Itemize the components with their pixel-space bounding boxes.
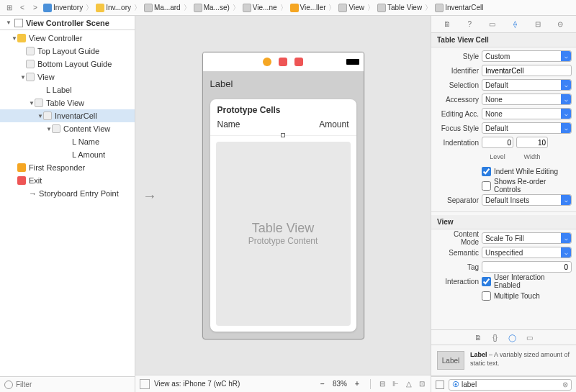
identifier-input[interactable]	[482, 65, 572, 76]
outline-row[interactable]: ▼Table View	[0, 96, 135, 109]
disclosure-icon[interactable]: ▼	[29, 100, 35, 106]
separator-select[interactable]: Default Insets⌵	[482, 194, 572, 206]
cell-name-label[interactable]: Name	[217, 119, 240, 129]
multitouch-checkbox[interactable]	[482, 291, 491, 301]
cell-amount-label[interactable]: Amount	[319, 119, 348, 129]
section-title-cell: Table View Cell	[431, 33, 576, 47]
zoom-value[interactable]: 83%	[333, 380, 347, 388]
filter-icon[interactable]	[4, 380, 13, 389]
outline-item-icon	[60, 150, 69, 159]
view-as-label[interactable]: View as: iPhone 7 (wC hR)	[154, 380, 240, 388]
indent-width-input[interactable]	[516, 137, 548, 148]
crumb-8[interactable]: InventarCell	[433, 4, 485, 12]
outline-row[interactable]: Top Layout Guide	[0, 45, 135, 58]
align-icon[interactable]: ⊟	[378, 380, 387, 388]
content-mode-select[interactable]: Scale To Fill⌵	[482, 232, 572, 244]
library-item-swatch: Label	[437, 351, 464, 370]
disclosure-icon[interactable]: ▼	[46, 126, 52, 132]
style-select[interactable]: Custom⌵	[482, 50, 572, 62]
outline-toggle-icon[interactable]	[140, 379, 150, 389]
tag-input[interactable]	[482, 261, 572, 273]
file-inspector-tab[interactable]: 🗎	[441, 19, 453, 30]
semantic-select[interactable]: Unspecified⌵	[482, 247, 572, 258]
uie-checkbox[interactable]	[482, 277, 491, 286]
crumb-2[interactable]: Ma...ard	[143, 4, 182, 12]
embed-icon[interactable]: ⊡	[418, 380, 426, 388]
back-icon[interactable]: <	[17, 3, 27, 13]
prototype-cell[interactable]: Name Amount	[210, 118, 356, 136]
outline-item-icon	[17, 163, 26, 172]
selection-handle[interactable]	[281, 133, 285, 137]
related-items-icon[interactable]: ⊞	[4, 3, 14, 13]
outline-row[interactable]: ▼View Controller	[0, 32, 135, 45]
library-view-toggle[interactable]	[436, 380, 444, 389]
outline-item-label: InventarCell	[55, 111, 132, 120]
connections-inspector-tab[interactable]: ⊝	[554, 19, 566, 30]
library-search[interactable]: ⦿ label ⊗	[449, 379, 572, 391]
reorder-checkbox[interactable]	[482, 181, 491, 191]
crumb-4[interactable]: Vie...ne	[241, 4, 279, 12]
exit-icon	[294, 58, 303, 66]
focus-style-select[interactable]: Default⌵	[482, 122, 572, 134]
crumb-0[interactable]: Inventory	[42, 4, 84, 12]
outline-row[interactable]: ▼View	[0, 70, 135, 83]
outline-item-label: View Controller	[29, 34, 132, 42]
table-view[interactable]: Prototype Cells Name Amount Table View P…	[210, 99, 356, 332]
indent-level-input[interactable]	[482, 137, 513, 148]
zoom-out-button[interactable]: −	[317, 380, 328, 388]
resolve-icon[interactable]: △	[405, 380, 413, 388]
crumb-7[interactable]: Table View	[376, 4, 423, 12]
outline-row[interactable]: L Amount	[0, 148, 135, 161]
outline-item-label: L Label	[46, 86, 132, 94]
outline-item-label: Top Layout Guide	[37, 47, 132, 55]
outline-item-icon	[52, 124, 60, 133]
quick-help-tab[interactable]: ?	[464, 19, 475, 30]
crumb-6[interactable]: View	[337, 4, 366, 12]
media-library-tab[interactable]: ▭	[525, 332, 535, 342]
outline-item-icon	[17, 34, 26, 42]
outline-item-label: L Amount	[72, 150, 132, 159]
object-library-tab[interactable]: ◯	[508, 332, 518, 342]
breadcrumb-bar: ⊞ < > Inventory〉 Inv...ory〉 Ma...ard〉 Ma…	[0, 0, 576, 16]
device-frame[interactable]: Label Prototype Cells Name Amount Table …	[202, 52, 364, 339]
outline-item-label: Content View	[63, 124, 132, 133]
outline-scene-header[interactable]: View Controller Scene	[0, 16, 135, 30]
outline-item-label: Bottom Layout Guide	[37, 60, 132, 68]
accessory-select[interactable]: None⌵	[482, 94, 572, 105]
crumb-3[interactable]: Ma...se)	[192, 4, 231, 12]
code-snippet-tab[interactable]: {}	[490, 332, 500, 342]
file-template-tab[interactable]: 🗎	[473, 332, 483, 342]
outline-item-label: L Name	[72, 137, 132, 146]
disclosure-icon[interactable]: ▼	[20, 74, 26, 81]
view-controller-bar[interactable]	[203, 53, 364, 71]
outline-row[interactable]: L Name	[0, 135, 135, 148]
disclosure-icon[interactable]: ▼	[37, 113, 43, 119]
outline-item-icon	[26, 73, 35, 81]
zoom-in-button[interactable]: +	[351, 380, 363, 388]
scene-icon	[14, 19, 23, 27]
pin-icon[interactable]: ⊩	[391, 380, 400, 388]
disclosure-icon[interactable]: ▼	[12, 35, 17, 42]
identity-inspector-tab[interactable]: ▭	[487, 19, 498, 30]
outline-row[interactable]: First Responder	[0, 161, 135, 174]
clear-search-icon[interactable]: ⊗	[562, 380, 568, 388]
attributes-inspector-tab[interactable]: ⟠	[509, 19, 521, 30]
editing-acc-select[interactable]: None⌵	[482, 108, 572, 119]
crumb-1[interactable]: Inv...ory	[94, 4, 132, 12]
outline-row[interactable]: L Label	[0, 83, 135, 96]
crumb-5[interactable]: Vie...ller	[289, 4, 328, 12]
canvas-label[interactable]: Label	[210, 78, 356, 89]
outline-row[interactable]: → Storyboard Entry Point	[0, 187, 135, 200]
outline-filter-input[interactable]	[16, 380, 130, 388]
canvas: → Label Prototype Cells Name	[135, 16, 431, 392]
forward-icon[interactable]: >	[30, 3, 40, 13]
selection-select[interactable]: Default⌵	[482, 79, 572, 91]
library-item[interactable]: Label Label – A variably sized amount of…	[431, 345, 576, 376]
indent-while-editing-checkbox[interactable]	[482, 167, 491, 176]
first-responder-icon	[279, 58, 287, 66]
outline-row[interactable]: Exit	[0, 174, 135, 187]
outline-row[interactable]: ▼InventarCell	[0, 109, 135, 122]
outline-row[interactable]: Bottom Layout Guide	[0, 58, 135, 70]
outline-row[interactable]: ▼Content View	[0, 122, 135, 135]
size-inspector-tab[interactable]: ⊟	[532, 19, 544, 30]
